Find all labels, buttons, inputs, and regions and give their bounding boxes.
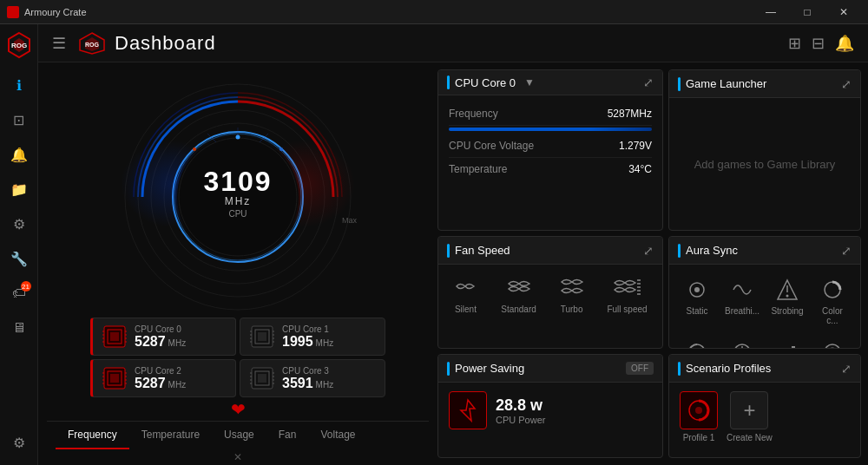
fan-option-fullspeed[interactable]: Full speed	[600, 272, 654, 341]
tab-frequency[interactable]: Frequency	[56, 422, 129, 449]
maximize-button[interactable]: □	[790, 0, 825, 24]
gauge-value: 3109	[203, 167, 272, 195]
bottom-tabs: Frequency Temperature Usage Fan Voltage	[47, 421, 429, 449]
cpu-card-label-3: CPU Core 3	[282, 366, 333, 376]
tab-voltage[interactable]: Voltage	[308, 422, 367, 449]
minimize-button[interactable]: —	[753, 0, 788, 24]
power-saving-body: 28.8 w CPU Power	[438, 383, 662, 438]
cpu-core-panel-body: Frequency 5287MHz CPU Core Voltage 1.279…	[438, 95, 662, 230]
cpu-chip-icon-3	[249, 365, 275, 391]
power-value: 28.8 w	[496, 396, 545, 415]
sidebar-item-sliders[interactable]: ⚙	[3, 208, 35, 239]
svg-rect-87	[792, 346, 795, 349]
fan-expand[interactable]: ⤢	[643, 244, 654, 258]
menu-icon[interactable]: ☰	[52, 34, 66, 53]
scenario-expand[interactable]: ⤢	[841, 362, 852, 376]
tab-usage[interactable]: Usage	[212, 422, 266, 449]
aura-music[interactable]: Music	[766, 334, 808, 349]
scenario-profiles-panel: Scenario Profiles ⤢	[668, 354, 861, 458]
tab-temperature[interactable]: Temperature	[129, 422, 212, 449]
scenario-profile-1[interactable]: Profile 1	[680, 391, 718, 442]
sidebar-item-settings[interactable]: ⚙	[3, 427, 35, 458]
gauge-unit: MHz	[203, 195, 272, 207]
fan-fullspeed-icon	[614, 277, 641, 301]
sidebar-item-info[interactable]: ℹ	[3, 69, 35, 101]
cpu-core-panel-header[interactable]: CPU Core 0 ▼ ⤢	[438, 70, 662, 95]
svg-point-88	[825, 344, 840, 349]
cpu-card-info-1: CPU Core 1 1995 MHz	[282, 324, 333, 350]
aura-sync-header: Aura Sync ⤢	[669, 237, 860, 265]
aura-static-label: Static	[686, 306, 707, 316]
scenario-create-new[interactable]: + Create New	[727, 391, 773, 442]
titlebar-left: Armoury Crate	[7, 6, 87, 18]
grid-view-button[interactable]: ⊟	[812, 34, 825, 53]
cpu-chip-icon-0	[102, 324, 128, 350]
cpu-card-2: CPU Core 2 5287 MHz	[90, 359, 236, 397]
svg-point-21	[279, 147, 283, 151]
aura-color-cycle-icon	[819, 277, 845, 303]
aura-breathing[interactable]: Breathi...	[721, 272, 763, 331]
cpu-card-info-3: CPU Core 3 3591 MHz	[282, 366, 333, 391]
header: ☰ ROG Dashboard ⊞ ⊟ 🔔	[38, 24, 868, 62]
cpu-card-value-0: 5287	[135, 334, 166, 350]
aura-sync-title: Aura Sync	[686, 244, 738, 257]
notify-button[interactable]: 🔔	[835, 34, 854, 53]
cpu-core-expand-icon[interactable]: ⤢	[643, 75, 654, 89]
voltage-value: 1.279V	[619, 140, 652, 152]
list-view-button[interactable]: ⊞	[788, 34, 801, 53]
cpu-card-0: CPU Core 0 5287 MHz	[90, 318, 236, 356]
titlebar-title: Armoury Crate	[24, 7, 87, 17]
right-top-panels: CPU Core 0 ▼ ⤢ Frequency 5287MHz	[437, 69, 861, 231]
fan-turbo-icon	[560, 277, 584, 301]
svg-point-73	[694, 287, 700, 292]
cpu-core-dropdown-icon[interactable]: ▼	[524, 76, 535, 88]
aura-color-cycle[interactable]: Color c...	[812, 272, 853, 331]
cpu-card-unit-2: MHz	[168, 380, 187, 390]
cpu-card-info-0: CPU Core 0 5287 MHz	[135, 324, 186, 350]
scenario-items: Profile 1 + Create New	[669, 383, 860, 451]
cpu-cards: CPU Core 0 5287 MHz	[90, 318, 385, 397]
right-middle-panels: Fan Speed ⤢	[437, 236, 861, 349]
fan-option-silent[interactable]: Silent	[446, 272, 484, 341]
game-launcher-expand[interactable]: ⤢	[841, 77, 852, 91]
panel-accent-bar	[447, 75, 450, 89]
aura-expand[interactable]: ⤢	[841, 244, 852, 258]
sidebar-item-badge[interactable]: 🏷 21	[3, 278, 35, 309]
fan-silent-label: Silent	[455, 305, 477, 314]
cpu-core-panel: CPU Core 0 ▼ ⤢ Frequency 5287MHz	[437, 69, 663, 231]
fan-option-standard[interactable]: Standard	[494, 272, 543, 341]
aura-sync-panel: Aura Sync ⤢	[668, 236, 861, 349]
game-launcher-text: Add games to Game Library	[694, 158, 836, 171]
rog-logo: ROG	[5, 31, 33, 59]
aura-starry[interactable]: Starry...	[721, 334, 763, 349]
game-launcher-accent	[678, 77, 681, 91]
metric-frequency: Frequency 5287MHz	[449, 102, 652, 126]
power-toggle[interactable]: OFF	[626, 362, 654, 375]
sidebar-item-folder[interactable]: 📁	[3, 174, 35, 205]
aura-smart[interactable]: Smart	[812, 334, 853, 349]
scenario-header-left: Scenario Profiles	[678, 362, 771, 376]
aura-breathing-label: Breathi...	[725, 306, 760, 316]
aura-strobing[interactable]: Strobing	[766, 272, 808, 331]
close-button[interactable]: ✕	[826, 0, 861, 24]
aura-static[interactable]: Static	[676, 272, 718, 331]
frequency-bar	[449, 128, 652, 131]
cpu-chip-icon-2	[102, 365, 128, 391]
sidebar-item-monitor[interactable]: 🖥	[3, 312, 35, 344]
fan-option-turbo[interactable]: Turbo	[553, 272, 591, 341]
cpu-card-unit-0: MHz	[168, 338, 187, 348]
sidebar-item-devices[interactable]: ⊡	[3, 104, 35, 135]
power-icon-box	[449, 391, 487, 429]
metric-voltage: CPU Core Voltage 1.279V	[449, 134, 652, 158]
svg-rect-47	[110, 374, 119, 383]
svg-rect-25	[110, 332, 119, 341]
svg-rect-58	[258, 374, 266, 383]
aura-smart-icon	[819, 339, 845, 349]
aura-rainbow[interactable]: Rainbow	[676, 334, 718, 349]
aura-breathing-icon	[729, 277, 755, 303]
game-launcher-title: Game Launcher	[686, 77, 766, 90]
tab-fan[interactable]: Fan	[266, 422, 309, 449]
sliders-icon: ⚙	[13, 216, 25, 232]
sidebar-item-alert[interactable]: 🔔	[3, 139, 35, 170]
sidebar-item-tools[interactable]: 🔧	[3, 243, 35, 274]
